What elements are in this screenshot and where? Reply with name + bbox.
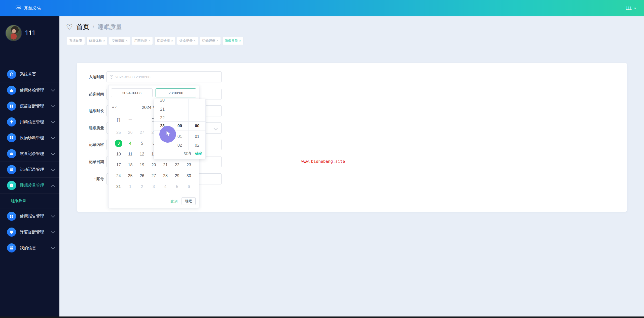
user-avatar[interactable] — [5, 25, 22, 41]
tab-1[interactable]: 健康体检× — [86, 37, 108, 45]
sidebar-item-2[interactable]: 疫苗提醒管理 — [0, 98, 59, 114]
calendar-day-cell[interactable]: 31 — [113, 182, 124, 191]
clipboard-icon — [7, 181, 16, 190]
sidebar-subitem-7-0[interactable]: 睡眠质量 — [0, 194, 59, 208]
calendar-day-cell[interactable]: 22 — [171, 161, 183, 170]
picker-time-input[interactable]: 23:00:00 — [156, 88, 196, 97]
calendar-day-cell[interactable]: 24 — [113, 171, 124, 180]
tab-7[interactable]: 睡眠质量× — [222, 37, 243, 45]
calendar-day-cell[interactable]: 5 — [171, 182, 183, 191]
time-option[interactable]: 01 — [189, 132, 206, 141]
calendar-day-cell[interactable]: 18 — [125, 161, 136, 170]
tab-close-icon[interactable]: × — [171, 39, 173, 43]
chevron-down-icon — [51, 230, 55, 234]
time-confirm-button[interactable]: 确定 — [195, 151, 202, 156]
calendar-day-cell[interactable]: 10 — [113, 150, 124, 159]
calendar-day-cell[interactable]: 12 — [136, 150, 148, 159]
calendar-day-cell[interactable]: 26 — [125, 128, 136, 137]
calendar-day-cell[interactable]: 26 — [136, 171, 148, 180]
chevron-down-icon — [51, 167, 55, 171]
breadcrumb: ♡ 首页 / 睡眠质量 — [66, 22, 122, 31]
time-option[interactable]: 20 — [154, 99, 171, 105]
picker-footer-divider — [109, 196, 199, 196]
calendar-day-cell[interactable]: 6 — [183, 182, 195, 191]
time-option[interactable]: 02 — [189, 141, 206, 150]
time-option[interactable]: 02 — [171, 141, 188, 150]
time-option[interactable]: 21 — [154, 105, 171, 114]
tab-close-icon[interactable]: × — [103, 39, 105, 43]
sidebar-item-0[interactable]: 系统首页 — [0, 67, 59, 82]
sidebar-item-label: 疫苗提醒管理 — [20, 104, 52, 109]
calendar-day-cell[interactable]: 4 — [160, 182, 171, 191]
calendar-day-cell[interactable]: 3 — [148, 182, 160, 191]
time-column-seconds: 000102 — [188, 99, 206, 150]
caret-down-icon: ▼ — [634, 7, 636, 10]
calendar-day-cell[interactable]: 23 — [183, 161, 195, 170]
sidebar-item-3[interactable]: 用药信息管理 — [0, 114, 59, 130]
calendar-day-cell[interactable]: 3 — [113, 139, 124, 148]
sidebar-item-6[interactable]: 运动记录管理 — [0, 162, 59, 178]
breadcrumb-separator: / — [93, 24, 94, 29]
tab-3[interactable]: 用药信息× — [132, 37, 153, 45]
chevron-down-icon — [51, 214, 55, 218]
calendar-day-cell[interactable]: 25 — [125, 171, 136, 180]
sidebar-item-4[interactable]: 疾病诊断管理 — [0, 130, 59, 146]
sidebar-item-5[interactable]: 饮食记录管理 — [0, 146, 59, 162]
now-link[interactable]: 此刻 — [170, 199, 177, 204]
calendar-day-cell[interactable]: 4 — [125, 139, 136, 148]
sidebar-item-9[interactable]: 弹窗提醒管理 — [0, 224, 59, 240]
calendar-day-cell[interactable]: 27 — [136, 128, 148, 137]
calendar-day-cell[interactable]: 29 — [171, 171, 183, 180]
breadcrumb-home[interactable]: 首页 — [76, 22, 89, 31]
sidebar-item-10[interactable]: 我的信息 — [0, 240, 59, 256]
announcement-label: 系统公告 — [24, 5, 41, 11]
sidebar-item-label: 疾病诊断管理 — [20, 135, 52, 141]
calendar-day-cell[interactable]: 28 — [160, 171, 171, 180]
sidebar-item-8[interactable]: 健康报告管理 — [0, 208, 59, 224]
field-label: 记录内容 — [77, 139, 104, 150]
sidebar-item-1[interactable]: 健康体检管理 — [0, 82, 59, 98]
calendar-day-cell[interactable]: 30 — [183, 171, 195, 180]
tab-close-icon[interactable]: × — [149, 39, 150, 43]
tab-close-icon[interactable]: × — [126, 39, 128, 43]
calendar-day-cell[interactable]: 27 — [148, 171, 160, 180]
selected-day: 3 — [115, 140, 122, 147]
tab-close-icon[interactable]: × — [194, 39, 196, 43]
tab-4[interactable]: 疾病诊断× — [154, 37, 175, 45]
time-option[interactable]: 22 — [154, 114, 171, 122]
user-menu[interactable]: 111 ▼ — [626, 6, 636, 11]
calendar-day-cell[interactable]: 2 — [136, 182, 148, 191]
calendar-day-cell[interactable]: 19 — [136, 161, 148, 170]
system-announcement-button[interactable]: 系统公告 — [16, 5, 41, 12]
tab-close-icon[interactable]: × — [217, 39, 218, 43]
monitor-icon — [7, 228, 16, 237]
time-option[interactable]: 00 — [189, 122, 206, 130]
calendar-day-cell[interactable]: 20 — [148, 161, 160, 170]
time-cancel-button[interactable]: 取消 — [184, 151, 191, 156]
calendar-day-cell[interactable]: 17 — [113, 161, 124, 170]
time-column-minutes: 000102 — [171, 99, 188, 150]
calendar-day-cell[interactable]: 11 — [125, 150, 136, 159]
field-input-0[interactable]: 2024-03-03 23:00:00 — [106, 71, 222, 82]
grid-icon — [7, 133, 16, 142]
calendar-day-cell[interactable]: 25 — [113, 128, 124, 137]
breadcrumb-current: 睡眠质量 — [98, 23, 122, 31]
sidebar-item-7[interactable]: 睡眠质量管理 — [0, 178, 59, 194]
picker-date-input[interactable]: 2024-03-03 — [111, 88, 153, 97]
picker-confirm-button[interactable]: 确定 — [182, 197, 196, 205]
tab-label: 疾病诊断 — [157, 39, 170, 43]
calendar-day-cell[interactable]: 5 — [136, 139, 148, 148]
calendar-day-cell[interactable]: 1 — [125, 182, 136, 191]
tab-close-icon[interactable]: × — [239, 39, 241, 43]
sidebar: 111 系统首页健康体检管理疫苗提醒管理用药信息管理疾病诊断管理饮食记录管理运动… — [0, 16, 59, 318]
tab-0[interactable]: 系统首页 — [67, 37, 85, 45]
weekday-header-1: 一 — [125, 118, 136, 122]
tab-6[interactable]: 运动记录× — [200, 37, 221, 45]
tab-5[interactable]: 饮食记录× — [177, 37, 198, 45]
briefcase-icon — [7, 149, 16, 158]
tab-2[interactable]: 疫苗提醒× — [109, 37, 130, 45]
home-icon — [7, 70, 16, 79]
field-label: 起床时间 — [77, 89, 104, 100]
calendar-day-cell[interactable]: 21 — [160, 161, 171, 170]
sidebar-item-label: 运动记录管理 — [20, 167, 52, 172]
